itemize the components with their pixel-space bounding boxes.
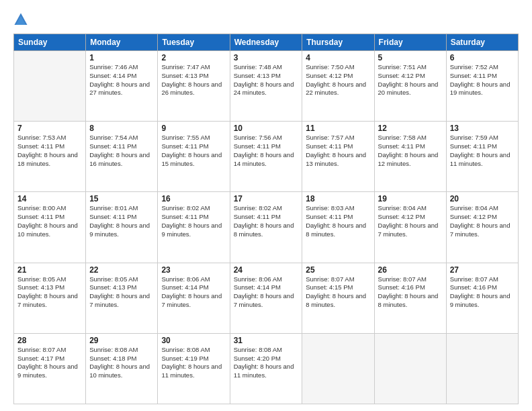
day-number: 18 bbox=[306, 194, 370, 203]
day-number: 29 bbox=[89, 336, 154, 345]
day-info: Sunrise: 8:07 AMSunset: 4:15 PMDaylight:… bbox=[306, 275, 370, 310]
day-number: 4 bbox=[306, 53, 370, 62]
day-info: Sunrise: 8:06 AMSunset: 4:14 PMDaylight:… bbox=[234, 275, 299, 310]
day-info: Sunrise: 8:07 AMSunset: 4:16 PMDaylight:… bbox=[450, 275, 515, 310]
calendar-cell: 9 Sunrise: 7:55 AMSunset: 4:11 PMDayligh… bbox=[158, 122, 230, 192]
day-number: 5 bbox=[378, 53, 443, 62]
day-info: Sunrise: 8:04 AMSunset: 4:12 PMDaylight:… bbox=[450, 204, 515, 238]
calendar-cell: 25 Sunrise: 8:07 AMSunset: 4:15 PMDaylig… bbox=[302, 263, 374, 333]
calendar-cell: 30 Sunrise: 8:08 AMSunset: 4:19 PMDaylig… bbox=[158, 333, 230, 404]
day-info: Sunrise: 7:58 AMSunset: 4:11 PMDaylight:… bbox=[378, 134, 443, 168]
day-info: Sunrise: 8:07 AMSunset: 4:17 PMDaylight:… bbox=[17, 346, 82, 380]
day-number: 17 bbox=[234, 194, 299, 203]
calendar-cell: 21 Sunrise: 8:05 AMSunset: 4:13 PMDaylig… bbox=[14, 263, 86, 333]
calendar-cell: 4 Sunrise: 7:50 AMSunset: 4:12 PMDayligh… bbox=[302, 51, 374, 122]
calendar-cell: 7 Sunrise: 7:53 AMSunset: 4:11 PMDayligh… bbox=[14, 122, 86, 192]
calendar-header-sunday: Sunday bbox=[14, 34, 86, 51]
day-info: Sunrise: 8:08 AMSunset: 4:19 PMDaylight:… bbox=[161, 346, 226, 380]
day-number: 21 bbox=[17, 265, 82, 275]
calendar-cell: 11 Sunrise: 7:57 AMSunset: 4:11 PMDaylig… bbox=[302, 122, 374, 192]
calendar-week-1: 1 Sunrise: 7:46 AMSunset: 4:14 PMDayligh… bbox=[14, 51, 519, 122]
day-info: Sunrise: 7:55 AMSunset: 4:11 PMDaylight:… bbox=[161, 134, 226, 168]
calendar-header-wednesday: Wednesday bbox=[230, 34, 302, 51]
calendar-cell: 28 Sunrise: 8:07 AMSunset: 4:17 PMDaylig… bbox=[14, 333, 86, 404]
day-number: 27 bbox=[450, 265, 515, 275]
calendar-week-4: 21 Sunrise: 8:05 AMSunset: 4:13 PMDaylig… bbox=[14, 263, 519, 333]
day-info: Sunrise: 7:51 AMSunset: 4:12 PMDaylight:… bbox=[378, 63, 443, 97]
day-info: Sunrise: 7:48 AMSunset: 4:13 PMDaylight:… bbox=[234, 63, 299, 97]
logo bbox=[13, 12, 31, 27]
page: SundayMondayTuesdayWednesdayThursdayFrid… bbox=[0, 0, 532, 411]
day-info: Sunrise: 8:00 AMSunset: 4:11 PMDaylight:… bbox=[17, 204, 82, 238]
calendar-cell: 18 Sunrise: 8:03 AMSunset: 4:11 PMDaylig… bbox=[302, 192, 374, 263]
calendar-cell: 16 Sunrise: 8:02 AMSunset: 4:11 PMDaylig… bbox=[158, 192, 230, 263]
calendar-cell: 10 Sunrise: 7:56 AMSunset: 4:11 PMDaylig… bbox=[230, 122, 302, 192]
calendar-cell: 26 Sunrise: 8:07 AMSunset: 4:16 PMDaylig… bbox=[374, 263, 446, 333]
calendar-cell: 12 Sunrise: 7:58 AMSunset: 4:11 PMDaylig… bbox=[374, 122, 446, 192]
calendar-header-row: SundayMondayTuesdayWednesdayThursdayFrid… bbox=[14, 34, 519, 51]
day-number: 24 bbox=[234, 265, 299, 275]
day-number: 25 bbox=[306, 265, 370, 275]
calendar-cell bbox=[446, 333, 518, 404]
day-info: Sunrise: 7:59 AMSunset: 4:11 PMDaylight:… bbox=[450, 134, 515, 168]
calendar-week-2: 7 Sunrise: 7:53 AMSunset: 4:11 PMDayligh… bbox=[14, 122, 519, 192]
calendar-cell: 15 Sunrise: 8:01 AMSunset: 4:11 PMDaylig… bbox=[86, 192, 158, 263]
day-info: Sunrise: 7:50 AMSunset: 4:12 PMDaylight:… bbox=[306, 63, 370, 97]
day-number: 30 bbox=[161, 336, 226, 345]
calendar-cell: 17 Sunrise: 8:02 AMSunset: 4:11 PMDaylig… bbox=[230, 192, 302, 263]
calendar-cell: 3 Sunrise: 7:48 AMSunset: 4:13 PMDayligh… bbox=[230, 51, 302, 122]
day-number: 8 bbox=[89, 124, 154, 133]
calendar-cell bbox=[374, 333, 446, 404]
day-number: 11 bbox=[306, 124, 370, 133]
day-info: Sunrise: 8:02 AMSunset: 4:11 PMDaylight:… bbox=[234, 204, 299, 238]
day-number: 16 bbox=[161, 194, 226, 203]
calendar-cell: 20 Sunrise: 8:04 AMSunset: 4:12 PMDaylig… bbox=[446, 192, 518, 263]
calendar-header-saturday: Saturday bbox=[446, 34, 518, 51]
day-info: Sunrise: 8:07 AMSunset: 4:16 PMDaylight:… bbox=[378, 275, 443, 310]
day-number: 14 bbox=[17, 194, 82, 203]
day-number: 13 bbox=[450, 124, 515, 133]
day-info: Sunrise: 7:46 AMSunset: 4:14 PMDaylight:… bbox=[89, 63, 154, 97]
calendar-week-5: 28 Sunrise: 8:07 AMSunset: 4:17 PMDaylig… bbox=[14, 333, 519, 404]
calendar-header-friday: Friday bbox=[374, 34, 446, 51]
day-info: Sunrise: 7:52 AMSunset: 4:11 PMDaylight:… bbox=[450, 63, 515, 97]
day-number: 7 bbox=[17, 124, 82, 133]
calendar-table: SundayMondayTuesdayWednesdayThursdayFrid… bbox=[13, 34, 519, 404]
day-info: Sunrise: 7:53 AMSunset: 4:11 PMDaylight:… bbox=[17, 134, 82, 168]
day-number: 19 bbox=[378, 194, 443, 203]
day-number: 10 bbox=[234, 124, 299, 133]
header bbox=[13, 12, 519, 27]
calendar-cell: 24 Sunrise: 8:06 AMSunset: 4:14 PMDaylig… bbox=[230, 263, 302, 333]
day-number: 3 bbox=[234, 53, 299, 62]
day-number: 15 bbox=[89, 194, 154, 203]
day-info: Sunrise: 7:57 AMSunset: 4:11 PMDaylight:… bbox=[306, 134, 370, 168]
calendar-cell: 8 Sunrise: 7:54 AMSunset: 4:11 PMDayligh… bbox=[86, 122, 158, 192]
day-number: 20 bbox=[450, 194, 515, 203]
day-number: 2 bbox=[161, 53, 226, 62]
day-info: Sunrise: 8:02 AMSunset: 4:11 PMDaylight:… bbox=[161, 204, 226, 238]
day-number: 12 bbox=[378, 124, 443, 133]
day-info: Sunrise: 7:54 AMSunset: 4:11 PMDaylight:… bbox=[89, 134, 154, 168]
day-number: 9 bbox=[161, 124, 226, 133]
logo-icon bbox=[13, 12, 28, 27]
day-info: Sunrise: 7:47 AMSunset: 4:13 PMDaylight:… bbox=[161, 63, 226, 97]
day-info: Sunrise: 8:03 AMSunset: 4:11 PMDaylight:… bbox=[306, 204, 370, 238]
calendar-header-thursday: Thursday bbox=[302, 34, 374, 51]
calendar-cell: 22 Sunrise: 8:05 AMSunset: 4:13 PMDaylig… bbox=[86, 263, 158, 333]
day-info: Sunrise: 8:05 AMSunset: 4:13 PMDaylight:… bbox=[89, 275, 154, 310]
calendar-cell: 29 Sunrise: 8:08 AMSunset: 4:18 PMDaylig… bbox=[86, 333, 158, 404]
day-info: Sunrise: 8:08 AMSunset: 4:20 PMDaylight:… bbox=[234, 346, 299, 380]
calendar-cell: 5 Sunrise: 7:51 AMSunset: 4:12 PMDayligh… bbox=[374, 51, 446, 122]
calendar-cell bbox=[14, 51, 86, 122]
calendar-cell: 6 Sunrise: 7:52 AMSunset: 4:11 PMDayligh… bbox=[446, 51, 518, 122]
day-info: Sunrise: 8:01 AMSunset: 4:11 PMDaylight:… bbox=[89, 204, 154, 238]
calendar-week-3: 14 Sunrise: 8:00 AMSunset: 4:11 PMDaylig… bbox=[14, 192, 519, 263]
calendar-header-tuesday: Tuesday bbox=[158, 34, 230, 51]
day-number: 31 bbox=[234, 336, 299, 345]
day-number: 1 bbox=[89, 53, 154, 62]
day-info: Sunrise: 8:05 AMSunset: 4:13 PMDaylight:… bbox=[17, 275, 82, 310]
calendar-cell bbox=[302, 333, 374, 404]
day-number: 23 bbox=[161, 265, 226, 275]
day-number: 22 bbox=[89, 265, 154, 275]
day-number: 28 bbox=[17, 336, 82, 345]
